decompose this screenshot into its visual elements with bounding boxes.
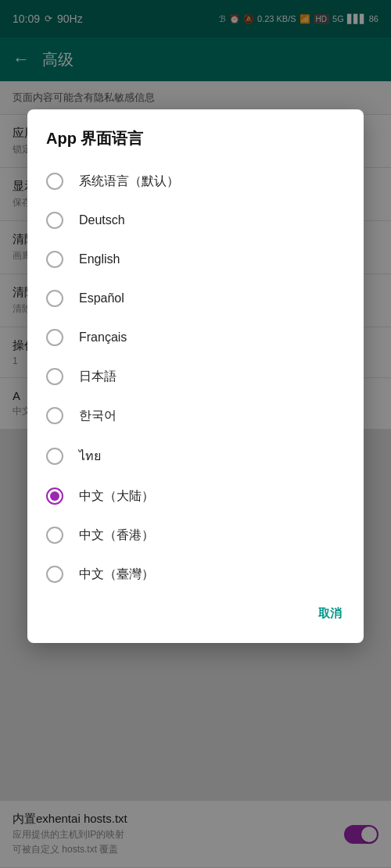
language-option-espanol[interactable]: Español xyxy=(27,279,364,318)
dialog-title: App 界面语言 xyxy=(27,109,364,162)
radio-label-chinese-tw: 中文（臺灣） xyxy=(79,566,154,583)
radio-label-thai: ไทย xyxy=(79,446,101,466)
radio-circle-chinese-mainland xyxy=(46,488,63,505)
dialog-actions: 取消 xyxy=(27,594,364,637)
cancel-button[interactable]: 取消 xyxy=(315,600,345,627)
radio-circle-francais xyxy=(46,329,63,346)
radio-label-espanol: Español xyxy=(79,291,124,305)
radio-label-chinese-mainland: 中文（大陆） xyxy=(79,488,154,505)
radio-label-english: English xyxy=(79,252,120,266)
radio-label-deutsch: Deutsch xyxy=(79,213,125,227)
language-option-chinese-tw[interactable]: 中文（臺灣） xyxy=(27,555,364,594)
language-option-chinese-hk[interactable]: 中文（香港） xyxy=(27,516,364,555)
language-option-thai[interactable]: ไทย xyxy=(27,435,364,477)
language-option-chinese-mainland[interactable]: 中文（大陆） xyxy=(27,477,364,516)
radio-circle-english xyxy=(46,251,63,268)
language-option-francais[interactable]: Français xyxy=(27,318,364,357)
dialog-overlay: App 界面语言 系统语言（默认）DeutschEnglishEspañolFr… xyxy=(0,0,391,868)
radio-circle-thai xyxy=(46,448,63,465)
radio-label-japanese: 日本語 xyxy=(79,369,117,385)
language-option-korean[interactable]: 한국어 xyxy=(27,396,364,435)
radio-circle-korean xyxy=(46,407,63,424)
language-dialog: App 界面语言 系统语言（默认）DeutschEnglishEspañolFr… xyxy=(27,109,364,643)
language-option-deutsch[interactable]: Deutsch xyxy=(27,201,364,240)
radio-circle-japanese xyxy=(46,368,63,385)
radio-label-francais: Français xyxy=(79,330,127,345)
radio-circle-chinese-tw xyxy=(46,566,63,583)
radio-label-korean: 한국어 xyxy=(79,408,117,424)
radio-circle-system xyxy=(46,173,63,190)
radio-circle-espanol xyxy=(46,290,63,307)
language-options-list: 系统语言（默认）DeutschEnglishEspañolFrançais日本語… xyxy=(27,162,364,594)
radio-label-chinese-hk: 中文（香港） xyxy=(79,527,154,544)
language-option-system[interactable]: 系统语言（默认） xyxy=(27,162,364,201)
radio-label-system: 系统语言（默认） xyxy=(79,173,179,190)
radio-circle-deutsch xyxy=(46,212,63,229)
radio-circle-chinese-hk xyxy=(46,527,63,544)
language-option-english[interactable]: English xyxy=(27,240,364,279)
language-option-japanese[interactable]: 日本語 xyxy=(27,357,364,396)
